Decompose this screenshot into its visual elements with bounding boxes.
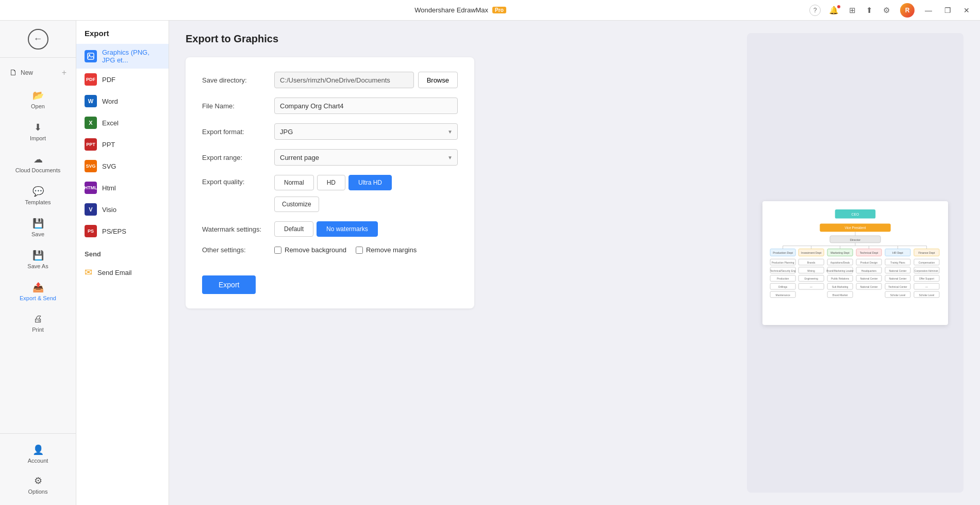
preview-area: CEO Vice President Director Production D… [747,33,964,493]
maximize-button[interactable]: ❐ [942,4,953,17]
svg-text:Production: Production [777,278,789,280]
app-name: Wondershare EdrawMax [414,6,488,14]
svg-text:Technical/Security Eng: Technical/Security Eng [770,269,796,272]
sidebar-item-account[interactable]: 👤 Account [3,439,73,469]
templates-icon: 💬 [32,186,44,197]
svg-text:—: — [925,286,928,288]
options-label: Options [28,488,48,495]
form-container: Save directory: Browse File Name: Export… [186,57,474,308]
save-directory-row: Save directory: Browse [202,72,458,88]
account-label: Account [28,458,48,464]
print-icon: 🖨 [34,314,43,324]
help-button[interactable]: ? [809,5,821,16]
nav-bottom: 👤 Account ⚙ Options [0,433,76,505]
watermark-default-button[interactable]: Default [274,221,313,237]
new-plus-icon: + [62,68,67,77]
close-button[interactable]: ✕ [961,4,972,17]
save-label: Save [31,231,44,237]
format-item-visio[interactable]: V Visio [76,199,169,220]
svg-text:National Center: National Center [889,278,906,280]
format-word-label: Word [102,97,118,105]
svg-text:Brand/Marketing Leader: Brand/Marketing Leader [826,269,854,272]
sidebar-item-saveas[interactable]: 💾 Save As [3,245,73,274]
export-format-label: Export format: [202,128,274,136]
quality-normal-button[interactable]: Normal [274,175,314,190]
format-pdf-label: PDF [102,76,115,84]
export-button[interactable]: Export [202,275,256,294]
format-item-excel[interactable]: X Excel [76,112,169,134]
sidebar-item-save[interactable]: 💾 Save [3,213,73,242]
account-icon: 👤 [32,444,44,455]
svg-text:National Center: National Center [860,278,878,280]
export-range-row: Export range: Current page All pages Sel… [202,149,458,166]
sidebar-item-import[interactable]: ⬇ Import [3,117,73,146]
export-range-select-wrap: Current page All pages Selected pages ▼ [274,149,458,166]
format-item-pdf[interactable]: PDF PDF [76,69,169,90]
share-button[interactable]: ⬆ [864,5,875,16]
remove-margins-checkbox[interactable]: Remove margins [356,246,417,254]
export-label: Export & Send [20,295,56,301]
format-item-graphics[interactable]: Graphics (PNG, JPG et... [76,44,169,69]
remove-background-checkbox[interactable]: Remove background [274,246,346,254]
watermark-none-button[interactable]: No watermarks [317,221,378,237]
format-excel-label: Excel [102,119,119,127]
open-icon: 📂 [32,90,44,101]
export-sidebar: Export Graphics (PNG, JPG et... PDF PDF … [76,21,169,505]
svg-text:—: — [810,286,812,288]
send-email-item[interactable]: ✉ Send Email [76,262,169,283]
export-format-row: Export format: JPG PNG BMP GIF TIFF SVG … [202,123,458,140]
file-name-input[interactable] [274,97,458,114]
export-range-label: Export range: [202,154,274,161]
save-icon: 💾 [32,218,44,229]
sidebar-item-open[interactable]: 📂 Open [3,85,73,115]
export-sidebar-title: Export [76,29,169,44]
svg-icon: SVG [85,160,97,172]
nav-sidebar: ← 🗋 New + 📂 Open ⬇ Import ☁ Cloud Docume… [0,21,76,505]
sidebar-item-print[interactable]: 🖨 Print [3,308,73,338]
svg-text:Scholar Level: Scholar Level [890,294,906,296]
sidebar-item-new[interactable]: 🗋 New + [3,63,73,83]
minimize-button[interactable]: — [923,4,934,17]
sidebar-item-templates[interactable]: 💬 Templates [3,181,73,210]
svg-text:Aquisitions/Deals: Aquisitions/Deals [830,261,850,264]
svg-text:Trainig Plans: Trainig Plans [890,261,905,264]
print-label: Print [32,327,44,333]
format-graphics-label: Graphics (PNG, JPG et... [102,48,160,64]
saveas-label: Save As [27,263,48,269]
grid-button[interactable]: ⊞ [847,5,858,16]
save-directory-input[interactable] [274,72,414,88]
svg-text:Brand Market: Brand Market [833,294,848,296]
svg-text:National Center: National Center [889,269,906,272]
customize-button[interactable]: Customize [274,197,319,212]
settings-button[interactable]: ⚙ [881,5,892,16]
quality-hd-button[interactable]: HD [317,175,345,190]
export-icon: 📤 [32,282,44,293]
sidebar-item-cloud[interactable]: ☁ Cloud Documents [3,149,73,178]
svg-text:National Center: National Center [860,286,878,288]
notification-button[interactable]: 🔔 [827,5,841,16]
export-quality-controls: Normal HD Ultra HD Customize [274,175,458,212]
format-item-pseps[interactable]: PS PS/EPS [76,220,169,242]
sidebar-item-export[interactable]: 📤 Export & Send [3,276,73,306]
export-range-select[interactable]: Current page All pages Selected pages [274,149,458,166]
nav-back: ← [0,21,76,58]
preview-inner: CEO Vice President Director Production D… [762,201,948,325]
remove-margins-input[interactable] [356,247,363,254]
back-button[interactable]: ← [28,29,48,50]
sidebar-item-options[interactable]: ⚙ Options [3,470,73,500]
file-name-controls [274,97,458,114]
excel-icon: X [85,117,97,129]
quality-ultrahd-button[interactable]: Ultra HD [348,175,392,190]
format-item-word[interactable]: W Word [76,90,169,112]
watermark-settings-label: Watermark settings: [202,225,274,233]
open-label: Open [31,103,45,109]
format-item-ppt[interactable]: PPT PPT [76,134,169,155]
browse-button[interactable]: Browse [418,72,458,88]
export-format-select[interactable]: JPG PNG BMP GIF TIFF SVG [274,123,458,140]
other-settings-row: Other settings: Remove background Remove… [202,246,458,254]
format-item-svg[interactable]: SVG SVG [76,155,169,177]
avatar[interactable]: R [900,3,915,18]
format-item-html[interactable]: HTML Html [76,177,169,199]
remove-background-input[interactable] [274,247,281,254]
format-ppt-label: PPT [102,141,115,149]
